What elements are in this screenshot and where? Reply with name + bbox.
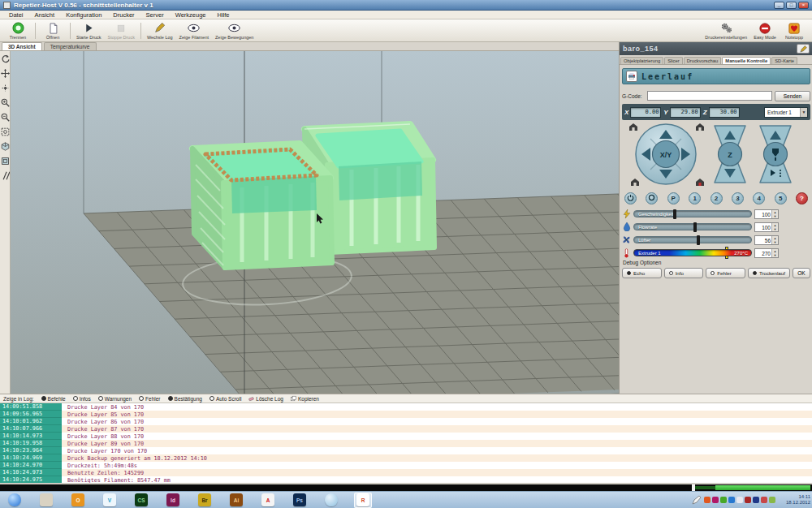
- tray-icon-1[interactable]: [704, 497, 710, 503]
- spinner-flowrate[interactable]: 100▲▼: [754, 222, 779, 232]
- parallel-projection-button[interactable]: [0, 171, 10, 181]
- power-button[interactable]: [624, 192, 637, 204]
- extruder-select[interactable]: Extruder 1▼: [764, 107, 808, 118]
- tray-icon-7[interactable]: [753, 497, 759, 503]
- preset-5-button[interactable]: 5: [775, 192, 787, 204]
- home-y-button[interactable]: [696, 123, 704, 131]
- menu-item-hilfe[interactable]: Hilfe: [211, 11, 235, 19]
- tab-manuelle-kontrolle[interactable]: Manuelle Kontrolle: [722, 57, 771, 64]
- rotate-button[interactable]: [0, 54, 10, 64]
- taskbar-item-repetier-active[interactable]: R: [354, 493, 372, 508]
- spinner-arrows[interactable]: ▲▼: [771, 210, 778, 218]
- slider-handle[interactable]: [697, 235, 700, 245]
- menu-item-werkzeuge[interactable]: Werkzeuge: [170, 11, 212, 19]
- menu-item-konfiguration[interactable]: Konfiguration: [60, 11, 107, 19]
- gcode-input[interactable]: [647, 91, 772, 101]
- taskbar-item-bridge[interactable]: Br: [196, 493, 214, 508]
- debug-echo-toggle[interactable]: Echo: [622, 268, 662, 278]
- menu-item-datei[interactable]: Datei: [3, 11, 29, 19]
- zeige-filament-button[interactable]: Zeige Filament: [176, 20, 212, 41]
- starte-druck-button[interactable]: Starte Druck: [73, 20, 105, 41]
- pen-tool-icon[interactable]: [692, 495, 702, 505]
- menu-item-drucker[interactable]: Drucker: [107, 11, 140, 19]
- home-all-button[interactable]: [696, 179, 704, 186]
- tray-icon-4[interactable]: [728, 497, 735, 503]
- xy-pad[interactable]: X/Y: [636, 124, 696, 184]
- tray-icon-5[interactable]: [736, 497, 743, 503]
- taskbar-item-explorer[interactable]: [37, 493, 55, 508]
- druckereinstellungen-button[interactable]: Druckereinstellungen: [702, 20, 750, 41]
- tray-icon-6[interactable]: [745, 497, 751, 503]
- log-filter-infos[interactable]: Infos: [73, 396, 91, 402]
- taskbar-item-browser[interactable]: [6, 493, 24, 508]
- spinner-arrows[interactable]: ▲▼: [771, 236, 778, 244]
- tab-druckvorschau[interactable]: Druckvorschau: [684, 57, 722, 64]
- log-filter-befehle[interactable]: Befehle: [41, 396, 66, 402]
- log-action-l-sche-log[interactable]: Lösche Log: [248, 396, 283, 402]
- menu-item-server[interactable]: Server: [140, 11, 170, 19]
- log-action-kopieren[interactable]: Kopieren: [291, 396, 319, 402]
- tab-temperaturkurve[interactable]: Temperaturkurve: [44, 42, 97, 50]
- edit-job-button[interactable]: [797, 44, 810, 54]
- home-x-button[interactable]: [629, 123, 637, 131]
- preset-1-button[interactable]: 1: [689, 192, 701, 204]
- iso-view-button[interactable]: [0, 142, 10, 152]
- 3d-viewport[interactable]: [11, 51, 619, 394]
- tray-icon-2[interactable]: [712, 497, 719, 503]
- debug-info-toggle[interactable]: Info: [664, 268, 704, 278]
- z-pad[interactable]: Z: [715, 126, 745, 183]
- preset-2-button[interactable]: 2: [710, 192, 723, 204]
- slider-track-geschwindigkeit[interactable]: Geschwindigkeit: [633, 210, 752, 217]
- preset-3-button[interactable]: 3: [732, 192, 744, 204]
- maximize-button[interactable]: □: [786, 2, 797, 9]
- close-button[interactable]: ×: [798, 2, 809, 9]
- log-filter-warnungen[interactable]: Warnungen: [98, 396, 132, 402]
- tab-sd-karte[interactable]: SD-Karte: [771, 57, 797, 64]
- minimize-button[interactable]: _: [774, 2, 784, 9]
- title-bar[interactable]: Repetier-Host V 0.56 - schnittstellenhal…: [0, 0, 812, 11]
- extruder-pad[interactable]: [760, 126, 791, 183]
- spinner-geschwindigkeit[interactable]: 100▲▼: [754, 209, 779, 219]
- tray-icon-8[interactable]: [761, 497, 767, 503]
- taskbar-item-acrobat[interactable]: A: [259, 493, 277, 508]
- move-view-button[interactable]: [0, 84, 10, 93]
- debug-fehler-toggle[interactable]: Fehler: [706, 268, 745, 278]
- zoom-out-button[interactable]: [0, 113, 10, 123]
- send-button[interactable]: Senden: [775, 91, 810, 101]
- slider-track-extruder-1[interactable]: Extruder 1270°C: [633, 249, 752, 256]
- ok-button[interactable]: OK: [793, 268, 810, 278]
- park-button[interactable]: P: [667, 192, 680, 204]
- home-z-button[interactable]: [631, 179, 639, 186]
- menu-item-ansicht[interactable]: Ansicht: [29, 11, 61, 19]
- log-list[interactable]: 14:09:51.858Drucke Layer 84 von 17014:09…: [0, 403, 812, 483]
- spinner-extruder-1[interactable]: 270▲▼: [754, 248, 779, 258]
- taskbar-item-outlook[interactable]: O: [69, 493, 87, 508]
- slider-track-flowrate[interactable]: Flowrate: [633, 223, 752, 230]
- taskbar-item-app-v[interactable]: V: [101, 493, 119, 508]
- spinner-arrows[interactable]: ▲▼: [771, 223, 778, 231]
- tab-3d-ansicht[interactable]: 3D Ansicht: [2, 42, 42, 50]
- slider-handle[interactable]: [693, 222, 697, 232]
- taskbar-item-illustrator[interactable]: Ai: [227, 493, 245, 508]
- taskbar-item-messenger[interactable]: [322, 493, 340, 508]
- log-filter-best-tigung[interactable]: Bestätigung: [168, 396, 202, 402]
- video-progress-bar[interactable]: [0, 484, 812, 491]
- motor-off-button[interactable]: [646, 192, 658, 204]
- fit-view-button[interactable]: [0, 127, 10, 137]
- taskbar-item-photoshop[interactable]: Ps: [291, 493, 309, 508]
- easy-mode-button[interactable]: Easy Mode: [750, 20, 780, 41]
- temp-marker[interactable]: [725, 247, 728, 250]
- log-filter-auto-scroll[interactable]: Auto Scroll: [209, 396, 241, 402]
- slider-track-l-fter[interactable]: Lüfter: [633, 236, 752, 243]
- taskbar-item-cs-app[interactable]: CS: [132, 493, 150, 508]
- tab-objektplatzierung[interactable]: Objektplatzierung: [620, 57, 663, 64]
- spinner-arrows[interactable]: ▲▼: [771, 249, 778, 257]
- move-object-button[interactable]: [0, 69, 10, 79]
- temp-marker[interactable]: [725, 256, 728, 259]
- debug-trockenlauf-toggle[interactable]: Trockenlauf: [748, 268, 790, 278]
- wechsle-log-button[interactable]: Wechsle Log: [144, 20, 176, 41]
- model-left-box[interactable]: [192, 144, 332, 268]
- notstopp-button[interactable]: Notstopp: [780, 20, 809, 41]
- help-button[interactable]: ?: [796, 192, 808, 204]
- trennen-button[interactable]: Trennen: [3, 20, 32, 41]
